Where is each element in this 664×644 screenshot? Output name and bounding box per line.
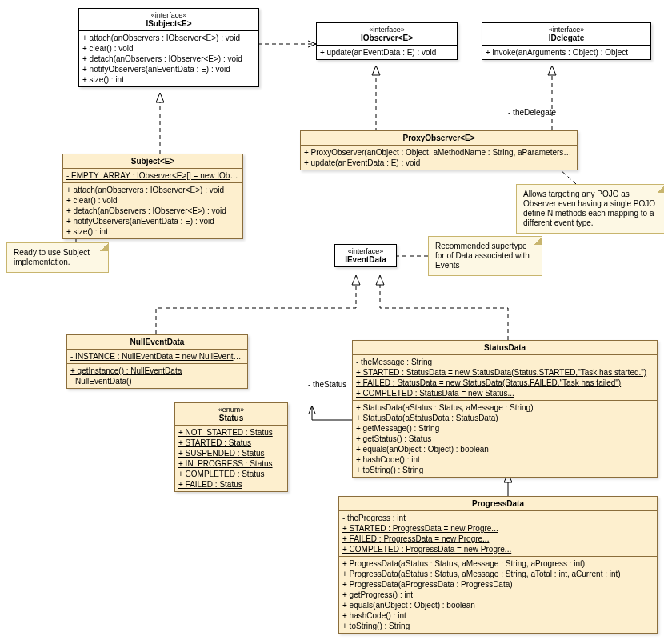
class-nulleventdata: NullEventData - INSTANCE : NullEventData… bbox=[66, 334, 248, 389]
class-name: ProxyObserver<E> bbox=[301, 131, 577, 146]
stereotype: «enum» bbox=[178, 406, 284, 414]
class-name: NullEventData bbox=[67, 335, 247, 350]
class-subject: Subject<E> - EMPTY_ARRAY : IObserver<E>[… bbox=[62, 154, 243, 239]
class-name: ProgressData bbox=[339, 497, 657, 511]
enum-status: «enum»Status + NOT_STARTED : Status + ST… bbox=[174, 402, 288, 492]
note-subject: Ready to use Subject implementation. bbox=[6, 242, 109, 273]
class-name: IObserver<E> bbox=[361, 34, 413, 42]
stereotype: «interface» bbox=[486, 26, 647, 34]
assoc-label-thedelegate: - theDelegate bbox=[508, 108, 556, 117]
class-name: ISubject<E> bbox=[146, 19, 191, 28]
class-statusdata: StatusData - theMessage : String + START… bbox=[352, 340, 658, 478]
class-ieventdata: «interface»IEventData bbox=[334, 244, 397, 267]
class-iobserver: «interface»IObserver<E> + update(anEvent… bbox=[316, 22, 458, 60]
class-name: Status bbox=[219, 414, 244, 422]
class-proxyobserver: ProxyObserver<E> + ProxyObserver(anObjec… bbox=[300, 130, 578, 170]
stereotype: «interface» bbox=[338, 247, 393, 255]
stereotype: «interface» bbox=[320, 26, 454, 34]
class-name: Subject<E> bbox=[63, 154, 242, 169]
class-isubject: «interface»ISubject<E> + attach(anObserv… bbox=[78, 8, 259, 87]
class-progressdata: ProgressData - theProgress : int + START… bbox=[338, 496, 658, 634]
class-name: StatusData bbox=[353, 341, 657, 355]
note-proxy: Allows targeting any POJO as Observer ev… bbox=[516, 184, 664, 234]
class-name: IEventData bbox=[345, 255, 386, 264]
uml-diagram: «interface»ISubject<E> + attach(anObserv… bbox=[0, 0, 664, 644]
ops: + attach(anObservers : IObserver<E>) : v… bbox=[79, 31, 258, 86]
svg-line-3 bbox=[560, 170, 576, 184]
class-idelegate: «interface»IDelegate + invoke(anArgument… bbox=[482, 22, 651, 60]
assoc-label-thestatus: - theStatus bbox=[308, 380, 346, 389]
stereotype: «interface» bbox=[82, 11, 255, 19]
note-ieventdata: Recommended supertype for of Data associ… bbox=[428, 236, 542, 276]
class-name: IDelegate bbox=[549, 34, 584, 42]
